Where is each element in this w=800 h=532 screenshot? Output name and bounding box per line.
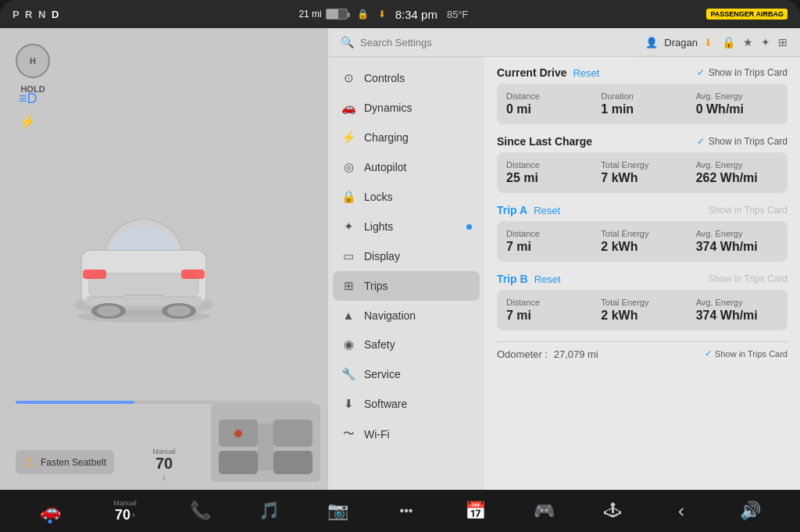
settings-panel: 🔍 👤 Dragan ⬇ 🔒 ★ ✦ ⊞ — [328, 28, 800, 490]
taskbar-joystick-button[interactable]: 🕹 — [595, 495, 630, 527]
taskbar-calendar-button[interactable]: 📅 — [458, 495, 492, 527]
sidebar-item-autopilot[interactable]: ◎ Autopilot — [328, 152, 484, 182]
settings-bluetooth-icon: ✦ — [761, 36, 770, 48]
hold-indicator: H HOLD — [16, 44, 50, 94]
taskbar-car-button[interactable]: 🚗 — [33, 495, 67, 527]
autopilot-label: Autopilot — [364, 161, 406, 173]
seatbelt-warning: ⚠ Fasten Seatbelt — [16, 450, 114, 474]
range-display: 21 mi — [298, 9, 347, 20]
download-arrow-icon: ⬇ — [378, 9, 386, 20]
trip-a-header: Trip A Reset Show in Trips Card — [497, 204, 788, 216]
settings-star-icon: ★ — [743, 36, 753, 48]
trip-b-distance: Distance 7 mi — [506, 298, 588, 323]
trip-b-label: Trip B — [497, 273, 528, 285]
taskbar: 🚗 Manual 70 › 📞 🎵 📷 ••• 📅 🎮 🕹 ‹ 🔊 — [0, 490, 800, 532]
sidebar-item-lights[interactable]: ✦ Lights — [328, 212, 484, 241]
warning-icon: ⚠ — [23, 455, 34, 470]
trip-a-distance-value: 7 mi — [506, 240, 588, 254]
speed-display[interactable]: Manual 70 › — [152, 448, 176, 484]
current-drive-title: Current Drive Reset — [497, 66, 599, 79]
battery-icon — [326, 9, 348, 20]
range-text: 21 mi — [298, 9, 321, 20]
svg-point-11 — [167, 305, 191, 316]
trip-a-show-label: Show in Trips Card — [709, 205, 788, 216]
last-charge-avg-label: Avg. Energy — [696, 160, 778, 170]
search-icon: 🔍 — [341, 36, 354, 48]
main-area: H HOLD ≡D ⚡ — [0, 28, 800, 490]
temp-display: 85°F — [447, 9, 469, 20]
sidebar-item-controls[interactable]: ⊙ Controls — [328, 63, 484, 93]
software-label: Software — [364, 398, 407, 410]
service-label: Service — [364, 368, 401, 380]
trip-b-energy-label: Total Energy — [601, 298, 683, 307]
svg-rect-14 — [273, 420, 312, 447]
last-charge-energy-label: Total Energy — [601, 160, 683, 170]
sidebar-item-locks[interactable]: 🔒 Locks — [328, 182, 484, 212]
sidebar-item-service[interactable]: 🔧 Service — [328, 359, 484, 389]
current-drive-distance: Distance 0 mi — [506, 91, 588, 116]
sidebar-item-navigation[interactable]: ▲ Navigation — [328, 301, 484, 330]
last-charge-distance-label: Distance — [506, 160, 588, 170]
lights-label: Lights — [364, 220, 393, 233]
sidebar-item-dynamics[interactable]: 🚗 Dynamics — [328, 93, 484, 123]
trip-b-card: Distance 7 mi Total Energy 2 kWh Avg. En… — [497, 290, 788, 330]
controls-label: Controls — [364, 72, 405, 84]
trip-b-distance-label: Distance — [506, 298, 588, 307]
svg-rect-4 — [83, 270, 106, 279]
trip-a-reset-button[interactable]: Reset — [534, 205, 560, 216]
prnd-display: P R N D — [12, 9, 60, 20]
taskbar-games-button[interactable]: 🎮 — [527, 495, 561, 527]
taskbar-phone-button[interactable]: 📞 — [183, 495, 217, 527]
sidebar-item-charging[interactable]: ⚡ Charging — [328, 123, 484, 152]
sidebar-item-wifi[interactable]: 〜 Wi-Fi — [328, 419, 484, 449]
last-charge-distance-value: 25 mi — [506, 171, 588, 185]
sidebar-item-safety[interactable]: ◉ Safety — [328, 330, 484, 359]
trip-a-avg-label: Avg. Energy — [696, 229, 778, 238]
current-drive-show-trips: ✓ Show in Trips Card — [697, 67, 788, 78]
svg-point-9 — [97, 305, 120, 316]
dynamics-label: Dynamics — [364, 102, 412, 114]
trips-label: Trips — [364, 280, 388, 292]
current-drive-energy-label: Avg. Energy — [696, 91, 778, 101]
taskbar-camera-button[interactable]: 📷 — [320, 495, 355, 527]
odometer-value: 27,079 mi — [554, 348, 598, 360]
locks-icon: 🔒 — [341, 190, 356, 204]
taskbar-more-button[interactable]: ••• — [389, 495, 423, 527]
lights-icon: ✦ — [341, 220, 356, 234]
svg-point-18 — [234, 430, 242, 437]
trip-b-avg-energy: Avg. Energy 374 Wh/mi — [696, 298, 778, 323]
trip-b-reset-button[interactable]: Reset — [534, 273, 561, 285]
trip-b-title: Trip B Reset — [497, 273, 561, 285]
odometer-row: Odometer : 27,079 mi ✓ Show in Trips Car… — [497, 341, 788, 366]
sidebar-item-display[interactable]: ▭ Display — [328, 241, 484, 271]
user-header: 👤 Dragan ⬇ 🔒 ★ ✦ ⊞ — [633, 30, 800, 55]
current-drive-reset-button[interactable]: Reset — [573, 67, 599, 79]
car-panel: H HOLD ≡D ⚡ — [0, 28, 328, 490]
hold-circle-text: H — [30, 56, 36, 66]
safety-icon: ◉ — [341, 337, 356, 352]
navigation-label: Navigation — [364, 309, 416, 322]
taskbar-volume-button[interactable]: 🔊 — [733, 495, 767, 527]
odometer-label: Odometer : — [497, 348, 548, 360]
autopilot-icon: ◎ — [341, 160, 356, 174]
trip-a-avg-value: 374 Wh/mi — [696, 240, 778, 254]
taskbar-speed-button[interactable]: Manual 70 › — [102, 495, 148, 527]
svg-rect-15 — [219, 451, 258, 474]
since-last-charge-show-trips: ✓ Show in Trips Card — [697, 136, 788, 147]
car-dot — [48, 520, 52, 523]
dynamics-icon: 🚗 — [341, 101, 356, 115]
taskbar-media-button[interactable]: 🎵 — [252, 495, 286, 527]
sidebar-item-software[interactable]: ⬇ Software — [328, 389, 484, 419]
trip-a-card: Distance 7 mi Total Energy 2 kWh Avg. En… — [497, 221, 788, 262]
trip-b-avg-value: 374 Wh/mi — [696, 309, 778, 323]
speed-value: 70 — [152, 455, 176, 471]
search-input[interactable] — [360, 37, 620, 48]
since-last-charge-show-label: Show in Trips Card — [709, 136, 788, 147]
wifi-label: Wi-Fi — [364, 428, 390, 441]
trip-a-section: Trip A Reset Show in Trips Card Distance… — [497, 204, 788, 262]
taskbar-back-button[interactable]: ‹ — [664, 495, 698, 527]
trip-a-energy-value: 2 kWh — [601, 240, 683, 254]
media-icon: 🎵 — [259, 501, 280, 521]
sidebar-item-trips[interactable]: ⊞ Trips — [333, 271, 480, 301]
back-icon: ‹ — [678, 500, 684, 522]
